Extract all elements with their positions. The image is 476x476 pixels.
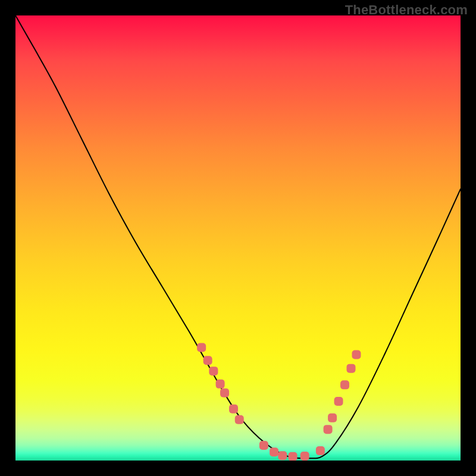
highlight-marker	[340, 380, 349, 389]
highlight-marker	[316, 446, 325, 455]
highlight-marker	[346, 364, 355, 373]
chart-frame: TheBottleneck.com	[0, 0, 476, 476]
highlight-marker	[328, 414, 337, 422]
highlight-marker	[216, 380, 225, 389]
highlight-marker	[334, 397, 343, 406]
highlight-marker	[289, 452, 298, 461]
highlight-marker	[352, 350, 361, 359]
highlight-marker	[270, 447, 278, 456]
plot-area	[15, 15, 461, 461]
bottleneck-curve-path	[15, 15, 461, 458]
highlight-marker	[220, 389, 229, 397]
highlight-marker	[209, 367, 218, 375]
highlight-marker	[278, 451, 287, 460]
highlight-marker	[229, 405, 238, 414]
highlight-marker	[259, 441, 268, 450]
chart-svg	[15, 15, 461, 461]
highlight-marker	[324, 425, 333, 434]
highlight-marker	[203, 356, 212, 365]
highlight-marker	[300, 452, 309, 461]
watermark-text: TheBottleneck.com	[345, 2, 468, 18]
highlight-marker	[235, 415, 244, 424]
highlight-marker	[197, 343, 206, 352]
